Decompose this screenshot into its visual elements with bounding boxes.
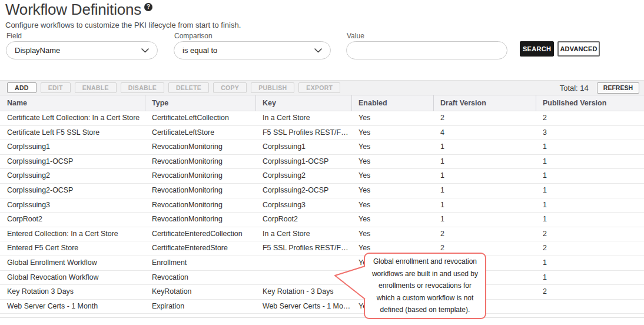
table-cell: Yes (351, 184, 433, 198)
table-cell: RevocationMonitoring (145, 169, 255, 183)
toolbar-button-publish: PUBLISH (251, 82, 294, 93)
table-cell: CorpIssuing1 (255, 140, 351, 154)
table-cell: 1 (536, 184, 644, 198)
table-cell: 1 (536, 213, 644, 227)
table-row[interactable]: CorpRoot2RevocationMonitoringCorpRoot2Ye… (0, 213, 644, 227)
column-header-type[interactable]: Type (145, 95, 255, 111)
table-cell: Web Server Certs - 1 Month (0, 300, 145, 314)
help-icon[interactable]: ? (144, 3, 152, 11)
toolbar-right: Total: 14 REFRESH (560, 82, 639, 94)
table-row[interactable]: Entered F5 Cert StoreCertificateEnteredS… (0, 241, 644, 256)
toolbar-buttons: ADDEDITENABLEDISABLEDELETECOPYPUBLISHEXP… (7, 82, 344, 93)
table-cell: 1 (536, 256, 644, 270)
table-row[interactable]: Certificate Left Collection: In a Cert S… (0, 111, 644, 126)
table-cell: RevocationMonitoring (145, 155, 255, 169)
toolbar-button-add[interactable]: ADD (7, 82, 36, 93)
column-header-key[interactable]: Key (255, 95, 351, 111)
table-cell: Yes (351, 126, 433, 140)
table-cell: In a Cert Store (255, 227, 351, 241)
table-cell: CertificateLeftStore (145, 126, 255, 140)
table-cell: 2 (536, 285, 644, 299)
table-cell: 1 (433, 198, 536, 213)
table-cell: 1 (433, 155, 536, 169)
search-button[interactable]: SEARCH (520, 41, 554, 57)
column-header-draft-version[interactable]: Draft Version (433, 95, 536, 111)
table-cell: Key Rotation 3 Days (0, 285, 145, 299)
table-cell: Yes (351, 213, 433, 227)
table-cell: F5 SSL Profiles REST/F5 SSL (255, 126, 351, 140)
table-cell: 2 (536, 111, 644, 125)
table-row[interactable]: Global Enrollment WorkflowEnrollmentYes1 (0, 256, 644, 271)
chevron-down-icon (141, 48, 149, 53)
column-header-enabled[interactable]: Enabled (351, 95, 433, 111)
table-cell: Entered Collection: In a Cert Store (0, 227, 145, 241)
column-header-published-version[interactable]: Published Version (536, 95, 644, 111)
table-cell: KeyRotation (145, 285, 255, 299)
table-cell: CorpIssuing1-OCSP (255, 155, 351, 169)
grid-header: NameTypeKeyEnabledDraft VersionPublished… (0, 95, 644, 111)
table-cell: 2 (433, 227, 536, 241)
table-cell: CorpIssuing1-OCSP (0, 155, 145, 169)
toolbar-button-delete: DELETE (168, 82, 209, 93)
table-cell: Global Enrollment Workflow (0, 256, 145, 270)
table-cell: 1 (536, 140, 644, 154)
table-row[interactable]: Web Server Certs - 1 MonthExpirationWeb … (0, 300, 644, 314)
table-cell: 2 (536, 241, 644, 256)
table-row[interactable]: CorpIssuing1-OCSPRevocationMonitoringCor… (0, 155, 644, 170)
table-cell: 1 (536, 155, 644, 169)
table-cell: 1 (433, 140, 536, 154)
comparison-select-value: is equal to (182, 46, 217, 55)
table-row[interactable]: CorpIssuing2RevocationMonitoringCorpIssu… (0, 169, 644, 184)
table-cell: CertificateEnteredCollection (145, 227, 255, 241)
table-cell: CorpIssuing2 (0, 169, 145, 183)
table-cell: CorpIssuing1 (0, 140, 145, 154)
refresh-button[interactable]: REFRESH (597, 82, 639, 94)
table-row[interactable]: Global Revocation WorkflowRevocation1 (0, 271, 644, 286)
table-cell: In a Cert Store (255, 111, 351, 125)
table-cell: CorpIssuing2-OCSP (0, 184, 145, 198)
table-cell: Yes (351, 155, 433, 169)
table-cell: Expiration (145, 300, 255, 314)
advanced-button[interactable]: ADVANCED (557, 41, 600, 57)
table-cell: 1 (536, 198, 644, 213)
table-cell: CorpIssuing3 (0, 198, 145, 213)
toolbar-button-enable: ENABLE (75, 82, 117, 93)
column-header-name[interactable]: Name (0, 95, 145, 111)
table-cell: Certificate Left Collection: In a Cert S… (0, 111, 145, 125)
grid-toolbar: ADDEDITENABLEDISABLEDELETECOPYPUBLISHEXP… (0, 80, 644, 95)
chevron-down-icon (314, 48, 322, 53)
grid-footer-strip (0, 314, 644, 318)
table-cell (536, 300, 644, 314)
table-row[interactable]: CorpIssuing3RevocationMonitoringCorpIssu… (0, 198, 644, 213)
value-input[interactable] (346, 41, 507, 59)
table-cell: RevocationMonitoring (145, 198, 255, 213)
table-cell: 1 (433, 213, 536, 227)
table-cell: Entered F5 Cert Store (0, 241, 145, 256)
table-cell: CertificateLeftCollection (145, 111, 255, 125)
value-label: Value (347, 32, 364, 40)
page-title: Workflow Definitions? (5, 1, 152, 19)
table-row[interactable]: Entered Collection: In a Cert StoreCerti… (0, 227, 644, 242)
table-row[interactable]: Key Rotation 3 DaysKeyRotationKey Rotati… (0, 285, 644, 300)
comparison-label: Comparison (174, 32, 213, 40)
table-cell: 3 (536, 126, 644, 140)
table-cell: RevocationMonitoring (145, 184, 255, 198)
table-row[interactable]: CorpIssuing2-OCSPRevocationMonitoringCor… (0, 184, 644, 198)
table-cell: RevocationMonitoring (145, 213, 255, 227)
table-cell: CorpRoot2 (0, 213, 145, 227)
comparison-select[interactable]: is equal to (174, 41, 331, 59)
table-cell: Yes (351, 111, 433, 125)
field-select[interactable]: DisplayName (6, 41, 158, 59)
table-cell: CorpIssuing2-OCSP (255, 184, 351, 198)
table-row[interactable]: Certificate Left F5 SSL StoreCertificate… (0, 126, 644, 141)
toolbar-button-disable: DISABLE (121, 82, 164, 93)
workflow-definitions-page: Workflow Definitions? Configure workflow… (0, 0, 644, 325)
table-row[interactable]: CorpIssuing1RevocationMonitoringCorpIssu… (0, 140, 644, 155)
field-label: Field (6, 32, 22, 40)
table-cell: 2 (536, 227, 644, 241)
table-cell: Web Server Certs - 1 Month ... (255, 300, 351, 314)
toolbar-button-export: EXPORT (298, 82, 340, 93)
table-cell: 2 (433, 111, 536, 125)
table-cell: 1 (433, 169, 536, 183)
table-cell: Yes (351, 140, 433, 154)
